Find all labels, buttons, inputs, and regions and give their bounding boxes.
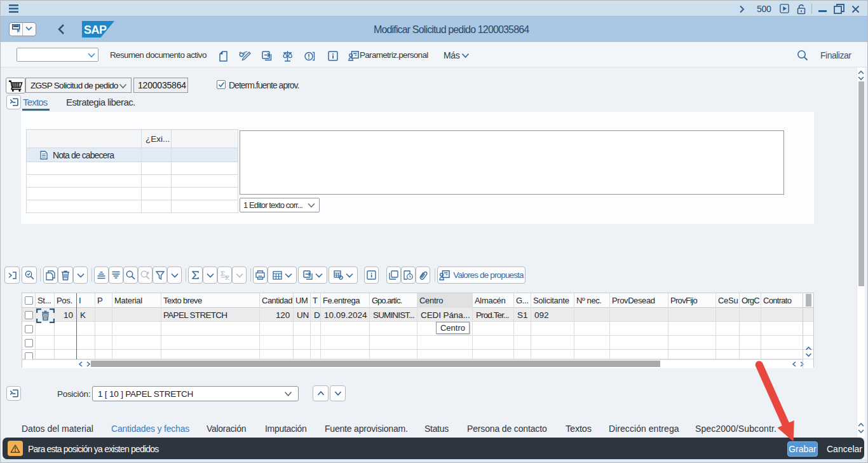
svg-text:SAP: SAP (84, 24, 107, 36)
